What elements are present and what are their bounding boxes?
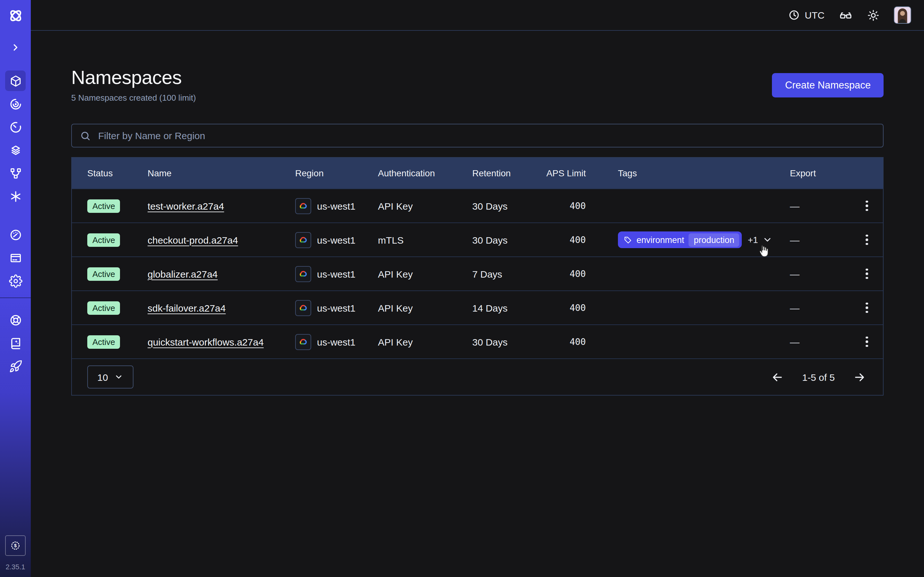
export-value: — [790,200,851,211]
timer-icon [9,120,22,134]
status-badge: Active [87,267,120,280]
table-row: Active test-worker.a27a4 us-west1 API Ke… [72,189,883,222]
labs-toggle[interactable] [838,8,853,22]
table-row: Active globalizer.a27a4 us-west1 API Key… [72,256,883,290]
main-content: Namespaces 5 Namespaces created (100 lim… [31,31,924,577]
namespace-link[interactable]: sdk-failover.a27a4 [148,302,226,313]
row-menu-button[interactable] [862,333,872,351]
namespace-link[interactable]: checkout-prod.a27a4 [148,234,238,245]
col-header-tags: Tags [618,168,790,178]
sidebar-divider [0,298,31,298]
aps-value: 400 [545,235,618,245]
retention-label: 30 Days [472,234,545,245]
export-value: — [790,336,851,347]
namespace-count-subtitle: 5 Namespaces created (100 limit) [71,93,196,103]
status-badge: Active [87,233,120,247]
filter-bar [71,124,884,147]
user-avatar[interactable] [894,6,911,24]
rocket-icon [9,359,22,373]
col-header-name: Name [148,168,295,178]
namespace-link[interactable]: globalizer.a27a4 [148,268,218,279]
sidebar-item-schedules[interactable] [5,117,26,137]
namespace-link[interactable]: quickstart-workflows.a27a4 [148,336,264,347]
timezone-label: UTC [804,10,825,21]
gcp-icon [295,300,311,316]
namespace-link[interactable]: test-worker.a27a4 [148,200,224,211]
row-menu-button[interactable] [862,231,872,249]
arrow-left-icon [771,370,784,384]
export-value: — [790,234,851,245]
gcp-icon [295,266,311,282]
sidebar-item-deployments[interactable] [5,163,26,183]
sidebar-item-support[interactable] [5,309,26,330]
tags-more-count: +1 [748,235,758,245]
sidebar-expand-chevron-icon[interactable] [6,39,24,56]
aps-value: 400 [545,269,618,279]
retention-label: 7 Days [472,268,545,279]
sidebar-item-settings[interactable] [5,271,26,291]
sun-icon [867,9,880,21]
sidebar-item-docs[interactable] [5,333,26,353]
lifebuoy-icon [9,313,22,327]
sidebar-item-usage[interactable] [5,224,26,245]
table-row: Active quickstart-workflows.a27a4 us-wes… [72,324,883,358]
svg-text:$: $ [14,543,17,548]
sidebar-item-billing[interactable] [5,247,26,268]
sidebar-item-namespaces[interactable] [5,71,26,91]
aps-value: 400 [545,337,618,347]
aps-value: 400 [545,303,618,313]
gcp-icon [295,198,311,214]
row-menu-button[interactable] [862,197,872,215]
avatar-image [895,7,911,23]
region-label: us-west1 [317,336,355,347]
app-version: 2.35.1 [5,563,25,571]
tag-key: environment [636,235,684,245]
app-window: $ 2.35.1 UTC [0,0,924,577]
col-header-retention: Retention [472,168,545,178]
col-header-aps-limit: APS Limit [545,168,618,178]
table-header-row: Status Name Region Authentication Retent… [72,158,883,189]
aps-value: 400 [545,201,618,211]
page-title: Namespaces [71,67,196,89]
gauge-icon [9,228,22,242]
search-icon [79,130,91,141]
temporal-logo[interactable] [7,7,24,24]
theme-toggle[interactable] [867,9,880,21]
row-menu-button[interactable] [862,265,872,283]
layers-icon [9,143,22,157]
row-menu-button[interactable] [862,299,872,317]
tags-expand-chevron-icon[interactable] [762,235,773,245]
retention-label: 14 Days [472,302,545,313]
dollar-seal-icon: $ [10,539,21,552]
export-value: — [790,268,851,279]
gcp-icon [295,232,311,248]
region-label: us-west1 [317,268,355,279]
filter-input[interactable] [97,129,875,142]
next-page-button[interactable] [851,369,867,385]
billing-card-icon [9,251,22,264]
sidebar-item-getting-started[interactable] [5,356,26,376]
page-size-select[interactable]: 10 [87,366,134,388]
sidebar-item-nexus[interactable] [5,186,26,206]
region-label: us-west1 [317,200,355,211]
table-footer: 10 1-5 of 5 [72,358,883,395]
prev-page-button[interactable] [769,369,785,385]
sidebar-item-batch-operations[interactable] [5,140,26,160]
table-row: Active sdk-failover.a27a4 us-west1 API K… [72,290,883,324]
timezone-selector[interactable]: UTC [788,9,825,21]
book-sparkle-icon [9,336,22,350]
gear-icon [9,274,22,287]
auth-label: API Key [378,268,472,279]
region-label: us-west1 [317,302,355,313]
auth-label: mTLS [378,234,472,245]
col-header-region: Region [295,168,378,178]
col-header-export: Export [790,168,851,178]
sidebar: $ 2.35.1 [0,0,31,577]
create-namespace-button[interactable]: Create Namespace [772,73,884,97]
pricing-button[interactable]: $ [5,535,26,556]
tag-icon [624,235,632,244]
tag-pill[interactable]: environment production [618,231,742,248]
pagination-range: 1-5 of 5 [802,372,835,382]
sidebar-item-workflows[interactable] [5,93,26,114]
asterisk-icon [9,189,22,203]
